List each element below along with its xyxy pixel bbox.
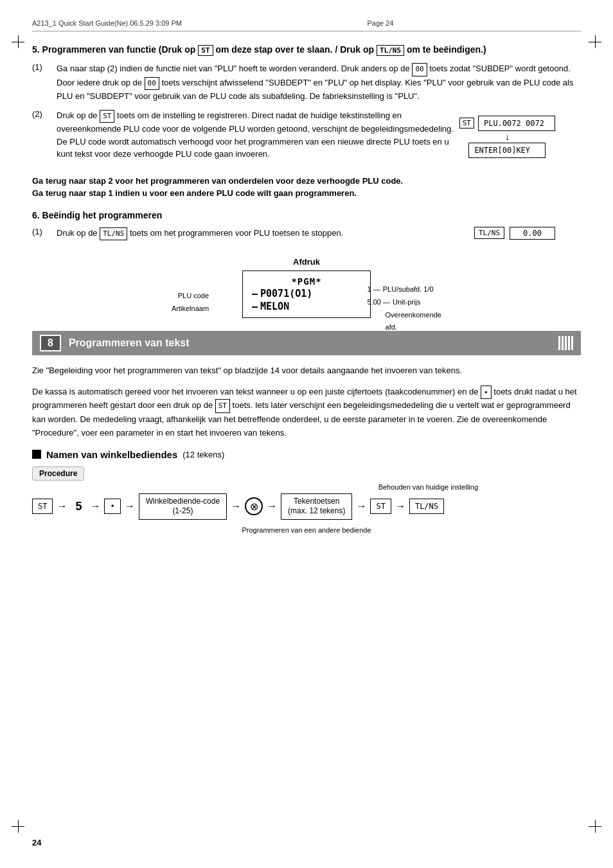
plu-code-value: P0071(O1) (260, 288, 312, 299)
step1-label: (1) (32, 62, 51, 103)
flowchart-container: Behouden van huidige instelling ST → 5 →… (32, 493, 581, 534)
flow-arrow-2: → (90, 501, 100, 511)
tlns-value: 0.00 (510, 227, 555, 240)
ann-dash1: 1 — (368, 283, 380, 296)
procedure-badge: Procedure (32, 466, 84, 481)
print-title: Afdruk (172, 257, 441, 267)
section5-title: 5. Programmeren van functie (Druk op ST … (32, 44, 581, 56)
ann-unit-prijs: Unit-prijs (393, 296, 420, 309)
header-middle: Page 24 (367, 19, 393, 27)
section8-body2: De kassa is automatisch gereed voor het … (32, 385, 581, 440)
deco-line-5 (571, 336, 573, 350)
section6-step1-label: (1) (32, 227, 51, 241)
flow-arrow-5: → (267, 501, 277, 511)
deco-line-1 (558, 336, 560, 350)
header-bar: A213_1 Quick Start Guide(Ne) 06.5.29 3:0… (32, 19, 581, 31)
tlns-key: TL/NS (474, 227, 504, 239)
ann-plu-row: 1 — PLU/subafd. 1/0 (368, 283, 441, 296)
header-right (579, 19, 581, 27)
ann-plu-subafd: PLU/subafd. 1/0 (383, 283, 434, 296)
deco-line-2 (562, 336, 564, 350)
flow-tlns-box: TL/NS (409, 499, 444, 514)
step2-item: (2) Druk op de ST toets om de instelling… (32, 109, 459, 161)
receipt-pgm: *PGM* (252, 276, 361, 287)
header-left: A213_1 Quick Start Guide(Ne) 06.5.29 3:0… (32, 19, 182, 27)
flow-st-box2: ST (370, 499, 391, 514)
step1-text: Ga naar stap (2) indien de functie niet … (57, 62, 581, 103)
step2-text: Druk op de ST toets om de instelling te … (57, 109, 459, 161)
flow-arrow-1: → (57, 501, 67, 511)
receipt-inner: Afdruk PLU code Artikelnaam *PGM* — P007… (172, 257, 441, 318)
receipt-artikelnaam-row: — MELON (252, 301, 361, 312)
subsection-namen-paren: (12 tekens) (182, 450, 224, 459)
section6-step1: (1) Druk op de TL/NS toets om het progra… (32, 227, 474, 241)
flow-arrow-4: → (231, 501, 241, 511)
flow-num5: 5 (71, 500, 86, 513)
st-key-step2: ST (100, 110, 114, 123)
plu-code-label: PLU code (172, 290, 209, 303)
section5-step1: (1) Ga naar stap (2) indien de functie n… (32, 62, 581, 103)
st-key-inline: ST (198, 45, 213, 56)
ann-overeenkomende: Overeenkomendeafd. (386, 309, 441, 335)
display-row1: ST PLU.0072 0072 (459, 116, 555, 131)
display-container: ST PLU.0072 0072 ↓ ENTER[00]KEY (459, 116, 555, 158)
display-arrow: ↓ (505, 132, 510, 141)
section8-body1: Zie "Begeleiding voor het programmeren v… (32, 364, 581, 378)
receipt-card: *PGM* — P0071(O1) — MELON (242, 270, 371, 318)
artikelnaam-value: MELON (260, 301, 289, 312)
section8-lines (558, 336, 573, 350)
subsection-namen-title: Namen van winkelbediendes (12 tekens) (32, 449, 581, 460)
flow-arrow-3: → (125, 501, 135, 511)
receipt-plu-row: — P0071(O1) (252, 288, 361, 299)
section6: 6. Beëindig het programmeren TL/NS 0.00 … (32, 210, 581, 247)
ann-left-block: PLU code Artikelnaam (172, 290, 209, 315)
tlns-key-inline: TL/NS (377, 45, 404, 56)
flow-dot-box: • (104, 499, 120, 514)
print-section: Afdruk PLU code Artikelnaam *PGM* — P007… (32, 257, 581, 318)
key-00-1: 00 (412, 63, 427, 76)
st-display-key: ST (459, 118, 474, 128)
display-top: PLU.0072 0072 (478, 116, 555, 131)
flow-st-box: ST (32, 499, 53, 514)
section5: 5. Programmeren van functie (Druk op ST … (32, 44, 581, 200)
black-square-icon (32, 450, 41, 459)
tlns-display: TL/NS 0.00 (474, 227, 555, 240)
section8-header: 8 Programmeren van tekst (32, 331, 581, 355)
tlns-inline-key: TL/NS (100, 227, 127, 241)
section8-num: 8 (40, 335, 61, 351)
section5-note: Ga terug naar stap 2 voor het programmer… (32, 175, 581, 200)
artikel-marker: — (252, 301, 258, 312)
ann-price-row: 5.00 — Unit-prijs (368, 296, 441, 309)
section6-title: 6. Beëindig het programmeren (32, 210, 581, 220)
page-number: 24 (32, 838, 41, 847)
flow-arrow-7: → (395, 501, 405, 511)
subsection-namen-label: Namen van winkelbediendes (46, 449, 177, 460)
prog-note: Programmeren van een andere bediende (32, 526, 581, 534)
step2-label: (2) (32, 109, 51, 161)
flow-winkelbediende-box: Winkelbediende-code (1-25) (139, 493, 227, 520)
flowchart: ST → 5 → • → Winkelbediende-code (1-25) … (32, 493, 581, 520)
ann-price-val: 5.00 — (368, 296, 390, 309)
display-stack: ST PLU.0072 0072 ↓ ENTER[00]KEY (459, 116, 555, 158)
deco-line-3 (565, 336, 567, 350)
section6-step1-text: Druk op de TL/NS toets om het programmer… (57, 227, 474, 241)
artikelnaam-label: Artikelnaam (172, 303, 209, 315)
display-bottom: ENTER[00]KEY (468, 143, 546, 158)
flow-arrow-6: → (356, 501, 366, 511)
plu-marker: — (252, 288, 258, 299)
receipt-wrapper: PLU code Artikelnaam *PGM* — P0071(O1) —… (172, 270, 441, 318)
deco-line-4 (568, 336, 570, 350)
flow-cross-circle: ⊗ (245, 497, 263, 515)
section8-title: Programmeren van tekst (69, 337, 190, 349)
section5-step2-block: ST PLU.0072 0072 ↓ ENTER[00]KEY (2) Druk… (32, 109, 581, 167)
key-00-2: 00 (145, 77, 159, 91)
section6-content: TL/NS 0.00 (1) Druk op de TL/NS toets om… (32, 227, 581, 247)
ann-right-block: 1 — PLU/subafd. 1/0 5.00 — Unit-prijs Ov… (368, 283, 441, 334)
st-key-body: ST (215, 399, 230, 413)
flow-tekentoetsen-box: Tekentoetsen (max. 12 tekens) (281, 493, 352, 520)
behouden-note: Behouden van huidige instelling (378, 483, 478, 491)
dot-key: • (481, 385, 492, 400)
